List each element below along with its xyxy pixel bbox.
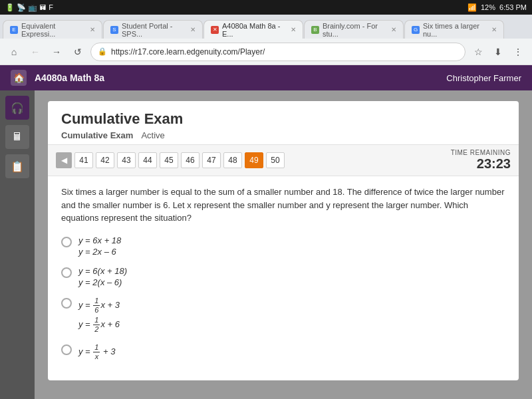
choice-c[interactable]: y = 16x + 3 y = 12x + 6 xyxy=(61,297,505,334)
exam-title-area: Cumulative Exam Cumulative Exam Active xyxy=(48,101,519,144)
question-42[interactable]: 42 xyxy=(96,152,114,168)
question-49[interactable]: 49 xyxy=(245,152,263,168)
time-label: TIME REMAINING xyxy=(451,149,511,156)
question-50[interactable]: 50 xyxy=(266,152,285,168)
exam-section: Cumulative Exam Cumulative Exam Active ◀… xyxy=(48,101,519,380)
system-icons: 🔋 📡 📺 🖬 F xyxy=(5,3,53,12)
question-48[interactable]: 48 xyxy=(223,152,242,168)
active-badge: Active xyxy=(141,130,164,140)
choice-a-content: y = 6x + 18 y = 2x – 6 xyxy=(78,235,121,257)
tab-favicon-5: G xyxy=(412,26,420,34)
choice-d-line1: y = 1x + 3 xyxy=(78,343,116,361)
left-sidebar: 🎧 🖩 📋 xyxy=(0,90,35,399)
home-button[interactable]: ⌂ xyxy=(5,43,23,61)
nav-right-icons: ☆ ⬇ ⋮ xyxy=(469,43,527,61)
question-47[interactable]: 47 xyxy=(202,152,221,168)
clock: 6:53 PM xyxy=(499,3,527,11)
audio-button[interactable]: 🎧 xyxy=(5,96,29,120)
question-text: Six times a larger number is equal to th… xyxy=(61,186,505,225)
tab-close-5[interactable]: ✕ xyxy=(491,26,497,33)
choice-c-line2: y = 12x + 6 xyxy=(78,316,120,334)
tab-favicon-1: E xyxy=(10,26,18,34)
refresh-button[interactable]: ↺ xyxy=(69,43,86,61)
tab-label-1: Equivalent Expressi... xyxy=(21,22,84,38)
question-nav-area: ◀ 41 42 43 44 45 46 47 48 49 50 TIME REM… xyxy=(48,144,519,176)
tab-label-3: A4080a Math 8a - E... xyxy=(222,22,285,38)
tab-favicon-3: ✕ xyxy=(211,26,219,34)
address-bar[interactable]: 🔒 https://r17.core.learn.edgenuity.com/P… xyxy=(90,43,466,61)
tab-close-1[interactable]: ✕ xyxy=(90,26,95,33)
tab-edgenuity[interactable]: ✕ A4080a Math 8a - E... ✕ xyxy=(203,20,303,39)
tab-six-times[interactable]: G Six times a larger nu... ✕ xyxy=(404,20,504,39)
exam-title: Cumulative Exam xyxy=(61,110,505,128)
question-46[interactable]: 46 xyxy=(181,152,200,168)
choice-c-line1: y = 16x + 3 xyxy=(78,297,120,315)
status-bar-right: 📶 12% 6:53 PM xyxy=(467,3,527,12)
question-45[interactable]: 45 xyxy=(160,152,178,168)
forward-button[interactable]: → xyxy=(48,43,65,61)
prev-question-button[interactable]: ◀ xyxy=(56,152,72,168)
radio-b[interactable] xyxy=(61,267,72,278)
tab-bar: E Equivalent Expressi... ✕ S Student Por… xyxy=(0,15,532,39)
time-remaining-area: TIME REMAINING 23:23 xyxy=(451,149,511,172)
radio-a[interactable] xyxy=(61,237,72,247)
status-bar: 🔋 📡 📺 🖬 F 📶 12% 6:53 PM xyxy=(0,0,532,15)
status-bar-left: 🔋 📡 📺 🖬 F xyxy=(5,3,53,12)
choice-c-content: y = 16x + 3 y = 12x + 6 xyxy=(78,297,120,334)
time-value: 23:23 xyxy=(451,156,511,172)
user-name: Christopher Farmer xyxy=(446,73,521,83)
choice-d-content: y = 1x + 3 xyxy=(78,343,116,361)
question-43[interactable]: 43 xyxy=(117,152,136,168)
exam-subtitle-row: Cumulative Exam Active xyxy=(61,130,505,140)
tab-brainly[interactable]: B Brainly.com - For stu... ✕ xyxy=(304,20,404,39)
choice-b-line1: y = 6(x + 18) xyxy=(78,266,127,276)
tab-equivalent[interactable]: E Equivalent Expressi... ✕ xyxy=(3,20,102,39)
choice-b-line2: y = 2(x – 6) xyxy=(78,277,127,287)
tab-student-portal[interactable]: S Student Portal - SPS... ✕ xyxy=(103,20,203,39)
tab-label-2: Student Portal - SPS... xyxy=(122,22,184,38)
url-text: https://r17.core.learn.edgenuity.com/Pla… xyxy=(111,47,458,57)
tab-label-5: Six times a larger nu... xyxy=(423,22,485,38)
question-nav-left: ◀ 41 42 43 44 45 46 47 48 49 50 xyxy=(56,152,285,168)
course-title: A4080a Math 8a xyxy=(35,72,104,83)
question-41[interactable]: 41 xyxy=(74,152,93,168)
main-area: 🎧 🖩 📋 Cumulative Exam Cumulative Exam Ac… xyxy=(0,90,532,399)
radio-c[interactable] xyxy=(61,298,72,309)
calculator-button[interactable]: 🖩 xyxy=(5,125,29,149)
choice-a-line2: y = 2x – 6 xyxy=(78,247,121,257)
question-area: Six times a larger number is equal to th… xyxy=(48,176,519,380)
edgenuity-home-icon[interactable]: 🏠 xyxy=(11,70,27,86)
notebook-button[interactable]: 📋 xyxy=(5,154,29,178)
wifi-icon: 📶 xyxy=(467,3,477,12)
download-button[interactable]: ⬇ xyxy=(489,43,507,61)
battery-level: 12% xyxy=(481,3,495,11)
radio-d[interactable] xyxy=(61,344,72,355)
tab-favicon-4: B xyxy=(311,26,319,34)
tab-close-4[interactable]: ✕ xyxy=(391,26,396,33)
choice-a[interactable]: y = 6x + 18 y = 2x – 6 xyxy=(61,235,505,257)
tab-favicon-2: S xyxy=(110,26,118,34)
choice-a-line1: y = 6x + 18 xyxy=(78,235,121,245)
bookmark-button[interactable]: ☆ xyxy=(469,43,487,61)
edgenuity-header: 🏠 A4080a Math 8a Christopher Farmer xyxy=(0,65,532,90)
exam-subtitle: Cumulative Exam xyxy=(61,130,133,140)
tab-label-4: Brainly.com - For stu... xyxy=(323,22,385,38)
nav-bar: ⌂ ← → ↺ 🔒 https://r17.core.learn.edgenui… xyxy=(0,39,532,65)
lock-icon: 🔒 xyxy=(98,47,107,56)
header-left: 🏠 A4080a Math 8a xyxy=(11,70,104,86)
menu-button[interactable]: ⋮ xyxy=(509,43,527,61)
back-button[interactable]: ← xyxy=(27,43,44,61)
choice-d[interactable]: y = 1x + 3 xyxy=(61,343,505,361)
content-panel: Cumulative Exam Cumulative Exam Active ◀… xyxy=(35,90,532,399)
tab-close-3[interactable]: ✕ xyxy=(291,26,296,33)
tab-close-2[interactable]: ✕ xyxy=(190,26,196,33)
choice-b-content: y = 6(x + 18) y = 2(x – 6) xyxy=(78,266,127,287)
choice-b[interactable]: y = 6(x + 18) y = 2(x – 6) xyxy=(61,266,505,287)
question-44[interactable]: 44 xyxy=(138,152,157,168)
